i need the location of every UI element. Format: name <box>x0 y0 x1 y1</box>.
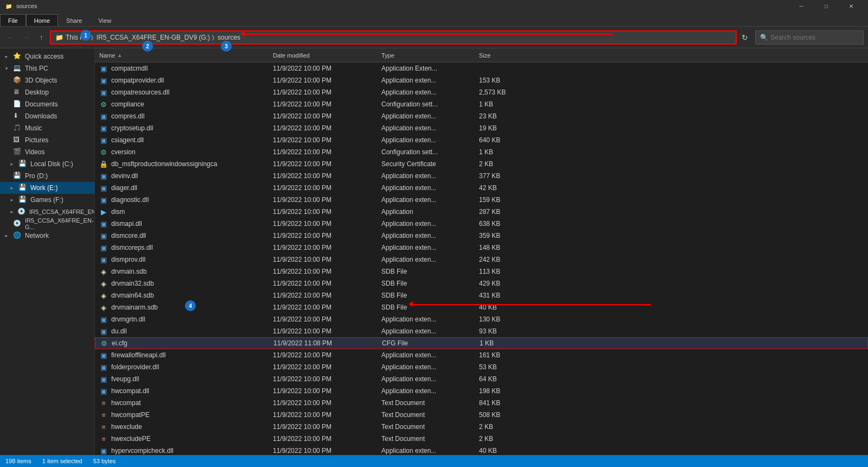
table-row[interactable]: ▣ drvmgrtn.dll 11/9/2022 10:00 PM Applic… <box>95 313 868 325</box>
file-list[interactable]: ▣ compatcmdll 11/9/2022 10:00 PM Applica… <box>95 62 868 455</box>
table-row[interactable]: ▣ hwcompat.dll 11/9/2022 10:00 PM Applic… <box>95 385 868 397</box>
address-chevron-2: ❯ <box>211 35 215 40</box>
sidebar-item-this-pc[interactable]: ▼ 💻 This PC <box>0 62 94 74</box>
table-row[interactable]: ≡ hwexclude 11/9/2022 10:00 PM Text Docu… <box>95 421 868 433</box>
sidebar-item-games-f[interactable]: ► 💾 Games (F:) <box>0 194 94 206</box>
col-header-name[interactable]: Name ▲ <box>95 48 269 62</box>
tab-file[interactable]: File <box>0 14 26 26</box>
sidebar-item-documents[interactable]: 📄 Documents <box>0 98 94 110</box>
table-row[interactable]: ⚙ compliance 11/9/2022 10:00 PM Configur… <box>95 98 868 110</box>
tab-share[interactable]: Share <box>58 14 90 26</box>
forward-button[interactable]: → <box>20 31 33 44</box>
file-cell-date: 11/9/2022 10:00 PM <box>269 112 377 120</box>
table-row[interactable]: ▣ compatresources.dll 11/9/2022 10:00 PM… <box>95 86 868 98</box>
file-cell-type: Application exten... <box>377 327 475 335</box>
table-row[interactable]: ▣ dismcoreps.dll 11/9/2022 10:00 PM Appl… <box>95 242 868 254</box>
file-name-label: compliance <box>111 100 144 108</box>
table-row[interactable]: ▣ dismapi.dll 11/9/2022 10:00 PM Applica… <box>95 218 868 230</box>
minimize-button[interactable]: ─ <box>789 0 814 12</box>
col-header-date[interactable]: Date modified <box>269 48 377 62</box>
table-row[interactable]: ≡ hwcompatPE 11/9/2022 10:00 PM Text Doc… <box>95 409 868 421</box>
table-row[interactable]: ≡ hwcompat 11/9/2022 10:00 PM Text Docum… <box>95 397 868 409</box>
maximize-button[interactable]: □ <box>814 0 839 12</box>
file-cell-type: Text Document <box>377 411 475 419</box>
file-name-label: du.dll <box>111 327 127 335</box>
table-row[interactable]: ▣ diagnostic.dll 11/9/2022 10:00 PM Appl… <box>95 194 868 206</box>
file-type-icon: ◈ <box>99 292 108 299</box>
back-button[interactable]: ← <box>4 31 17 44</box>
close-button[interactable]: ✕ <box>839 0 864 12</box>
file-cell-size: 2 KB <box>475 423 529 431</box>
file-name-label: ei.cfg <box>112 339 127 347</box>
table-row[interactable]: ▣ devinv.dll 11/9/2022 10:00 PM Applicat… <box>95 170 868 182</box>
table-row[interactable]: ⚙ ei.cfg 11/9/2022 11:08 PM CFG File 1 K… <box>95 337 868 349</box>
sidebar-item-local-disk-c[interactable]: ► 💾 Local Disk (C:) <box>0 158 94 170</box>
file-cell-size: 130 KB <box>475 315 529 323</box>
table-row[interactable]: ▣ compatcmdll 11/9/2022 10:00 PM Applica… <box>95 62 868 74</box>
table-row[interactable]: ◈ drvmain32.sdb 11/9/2022 10:00 PM SDB F… <box>95 277 868 289</box>
file-cell-size: 2 KB <box>475 435 529 443</box>
sidebar-item-downloads[interactable]: ⬇ Downloads <box>0 110 94 122</box>
table-row[interactable]: ▣ du.dll 11/9/2022 10:00 PM Application … <box>95 325 868 337</box>
sidebar-item-3d-objects[interactable]: 📦 3D Objects <box>0 74 94 86</box>
sidebar-item-videos[interactable]: 🎬 Videos <box>0 146 94 158</box>
table-row[interactable]: ▣ compatprovider.dll 11/9/2022 10:00 PM … <box>95 74 868 86</box>
sidebar-item-work-e[interactable]: ► 💾 Work (E:) <box>0 182 94 194</box>
table-row[interactable]: ▣ dismcore.dll 11/9/2022 10:00 PM Applic… <box>95 230 868 242</box>
sidebar-item-music[interactable]: 🎵 Music <box>0 122 94 134</box>
sidebar-item-ir5-ccsa[interactable]: ► 💿 IR5_CCSA_X64FRE_EN-... <box>0 206 94 218</box>
title-bar-controls[interactable]: ─ □ ✕ <box>789 0 864 12</box>
table-row[interactable]: ▣ diager.dll 11/9/2022 10:00 PM Applicat… <box>95 182 868 194</box>
file-cell-size: 638 KB <box>475 220 529 228</box>
file-cell-type: SDB File <box>377 280 475 287</box>
address-bar[interactable]: 📁 This PC ❯ IR5_CCSA_X64FRE_EN-GB_DV9 (G… <box>50 30 737 45</box>
file-cell-name: ▣ drvmgrtn.dll <box>95 315 269 323</box>
address-segment-sources[interactable]: sources <box>218 34 240 41</box>
up-button[interactable]: ↑ <box>35 31 48 44</box>
file-cell-date: 11/9/2022 10:00 PM <box>269 435 377 443</box>
table-row[interactable]: ▣ dismprov.dll 11/9/2022 10:00 PM Applic… <box>95 254 868 266</box>
table-row[interactable]: ▣ firewallofflineapi.dll 11/9/2022 10:00… <box>95 349 868 361</box>
address-segment-drive[interactable]: IR5_CCSA_X64FRE_EN-GB_DV9 (G:) ❯ <box>97 34 215 41</box>
file-cell-type: SDB File <box>377 292 475 299</box>
table-row[interactable]: ▣ hypervcompicheck.dll 11/9/2022 10:00 P… <box>95 445 868 455</box>
search-box[interactable]: 🔍 <box>755 30 864 45</box>
sidebar-item-network[interactable]: ► 🌐 Network <box>0 230 94 242</box>
col-header-size[interactable]: Size <box>475 48 529 62</box>
sidebar-item-pro-d[interactable]: 💾 Pro (D:) <box>0 170 94 182</box>
file-cell-type: Application Exten... <box>377 65 475 72</box>
table-row[interactable]: ◈ drvmain.sdb 11/9/2022 10:00 PM SDB Fil… <box>95 266 868 277</box>
sidebar-item-ir5-ccsa-2[interactable]: 💿 IR5_CCSA_X64FRE_EN-G... <box>0 218 94 230</box>
table-row[interactable]: ▣ folderprovider.dll 11/9/2022 10:00 PM … <box>95 361 868 373</box>
file-cell-size: 841 KB <box>475 399 529 407</box>
table-row[interactable]: ▶ dism 11/9/2022 10:00 PM Application 28… <box>95 206 868 218</box>
address-segment-thispc[interactable]: This PC ❯ <box>66 34 94 41</box>
table-row[interactable]: ▣ csiagent.dll 11/9/2022 10:00 PM Applic… <box>95 134 868 146</box>
file-cell-date: 11/9/2022 10:00 PM <box>269 280 377 287</box>
file-cell-type: Application exten... <box>377 244 475 251</box>
tab-home[interactable]: Home <box>26 14 58 26</box>
search-input[interactable] <box>770 34 859 41</box>
table-row[interactable]: ▣ cryptosetup.dll 11/9/2022 10:00 PM App… <box>95 122 868 134</box>
disk-icon: 💾 <box>18 160 27 168</box>
table-row[interactable]: 🔒 db_msftproductionwindowssigningca 11/9… <box>95 158 868 170</box>
file-cell-size: 359 KB <box>475 232 529 239</box>
table-row[interactable]: ≡ hwexcludePE 11/9/2022 10:00 PM Text Do… <box>95 433 868 445</box>
refresh-button[interactable]: ↻ <box>737 33 753 42</box>
table-row[interactable]: ◈ drvmainarm.sdb 11/9/2022 10:00 PM SDB … <box>95 301 868 313</box>
col-date-label: Date modified <box>273 52 310 59</box>
file-cell-type: Application exten... <box>377 220 475 228</box>
sidebar-item-desktop[interactable]: 🖥 Desktop <box>0 86 94 98</box>
col-header-type[interactable]: Type <box>377 48 475 62</box>
tab-view[interactable]: View <box>90 14 119 26</box>
file-cell-size: 159 KB <box>475 196 529 204</box>
ribbon-tabs: File Home Share View <box>0 12 868 26</box>
table-row[interactable]: ▣ compres.dll 11/9/2022 10:00 PM Applica… <box>95 110 868 122</box>
table-row[interactable]: ▣ fveupg.dll 11/9/2022 10:00 PM Applicat… <box>95 373 868 385</box>
table-row[interactable]: ⚙ cversion 11/9/2022 10:00 PM Configurat… <box>95 146 868 158</box>
sidebar-item-pictures[interactable]: 🖼 Pictures <box>0 134 94 146</box>
sidebar-item-label: Videos <box>25 148 90 156</box>
sidebar-item-quick-access[interactable]: ► ⭐ Quick access <box>0 51 94 62</box>
table-row[interactable]: ◈ drvmain64.sdb 11/9/2022 10:00 PM SDB F… <box>95 289 868 301</box>
folder-icon: 📦 <box>13 76 22 85</box>
